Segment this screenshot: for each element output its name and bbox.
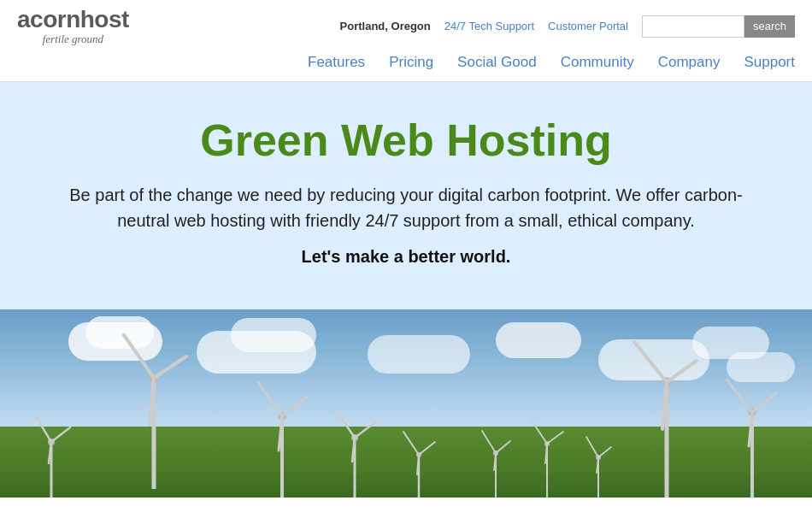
svg-line-22 (634, 342, 667, 382)
header-top: acornhost fertile ground Portland, Orego… (0, 0, 812, 52)
logo[interactable]: acornhost fertile ground (17, 7, 129, 45)
svg-line-13 (355, 422, 375, 438)
search-area: search (642, 15, 795, 38)
logo-text: acornhost (17, 7, 129, 33)
svg-line-47 (586, 437, 598, 457)
svg-line-32 (34, 414, 51, 442)
hero-body: Be part of the change we need by reducin… (64, 182, 748, 233)
nav-item-features[interactable]: Features (308, 52, 365, 73)
svg-line-23 (667, 361, 697, 382)
nav-item-pricing[interactable]: Pricing (389, 52, 433, 73)
svg-line-37 (482, 431, 496, 453)
svg-line-18 (419, 442, 435, 455)
svg-line-43 (547, 432, 563, 444)
header-right: Portland, Oregon 24/7 Tech Support Custo… (340, 15, 795, 38)
logo-acorn: acorn (17, 6, 80, 32)
svg-line-38 (496, 441, 510, 453)
hero-cta: Let's make a better world. (51, 247, 761, 267)
main-nav: Features Pricing Social Good Community C… (0, 52, 812, 81)
svg-line-3 (154, 356, 186, 378)
search-input[interactable] (642, 15, 744, 38)
turbines-svg (0, 309, 812, 498)
svg-line-8 (282, 397, 308, 416)
customer-portal-link[interactable]: Customer Portal (548, 20, 628, 32)
logo-host: host (80, 6, 129, 32)
location-text: Portland, Oregon (340, 20, 431, 32)
nav-item-community[interactable]: Community (561, 52, 634, 73)
svg-line-28 (752, 393, 776, 412)
svg-line-2 (124, 335, 154, 378)
tech-support-link[interactable]: 24/7 Tech Support (444, 20, 534, 32)
svg-line-48 (598, 447, 611, 457)
nav-item-social-good[interactable]: Social Good (457, 52, 537, 73)
svg-line-12 (336, 410, 355, 438)
hero-title: Green Web Hosting (51, 116, 761, 165)
nav-item-company[interactable]: Company (658, 52, 721, 73)
svg-line-33 (51, 427, 70, 442)
svg-line-27 (727, 380, 752, 412)
logo-tagline: fertile ground (17, 33, 129, 45)
nav-item-support[interactable]: Support (744, 52, 795, 73)
svg-line-7 (258, 382, 282, 416)
svg-line-17 (403, 432, 419, 455)
hero-section: Green Web Hosting Be part of the change … (0, 82, 812, 309)
svg-line-42 (532, 421, 547, 444)
search-button[interactable]: search (744, 15, 795, 38)
wind-farm-image (0, 309, 812, 498)
